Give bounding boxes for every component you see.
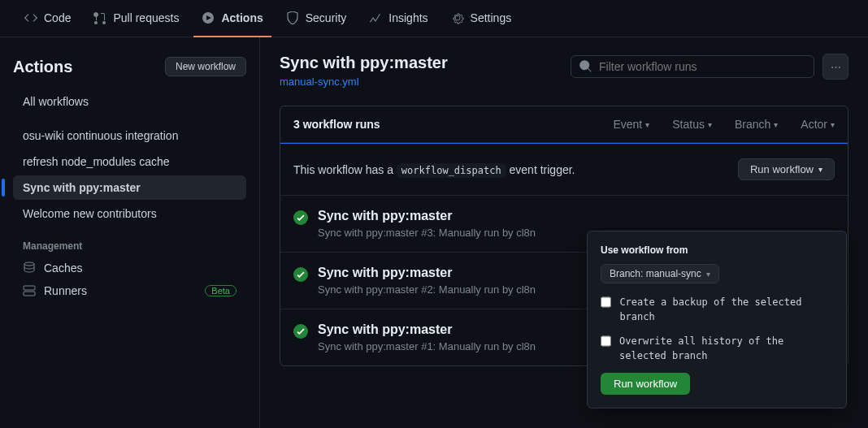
run-subtitle: Sync with ppy:master #2: Manually run by… [318,283,536,296]
filter-actor[interactable]: Actor▾ [801,118,835,131]
gear-icon [451,11,464,24]
repo-nav: Code Pull requests Actions Security Insi… [0,0,868,37]
check-circle-icon [293,324,308,339]
overwrite-checkbox[interactable] [601,335,611,347]
run-workflow-submit-button[interactable]: Run workflow [601,373,690,395]
popover-use-from-label: Use workflow from [601,244,833,256]
sidebar-workflow-item[interactable]: osu-wiki continuous integration [13,123,246,148]
workflow-dispatch-banner: This workflow has a workflow_dispatch ev… [280,143,848,196]
backup-checkbox[interactable] [601,296,611,308]
branch-selector[interactable]: Branch: manual-sync ▾ [601,264,719,283]
beta-badge: Beta [205,285,237,296]
svg-rect-2 [24,292,35,296]
sidebar-title: Actions [13,58,72,76]
overwrite-label: Overwrite all history of the selected br… [619,334,833,363]
runs-count: 3 workflow runs [293,118,380,131]
code-icon [24,11,37,24]
sidebar-workflow-item[interactable]: refresh node_modules cache [13,149,246,174]
git-pull-request-icon [93,11,106,24]
run-title: Sync with ppy:master [318,322,536,337]
caret-down-icon: ▾ [706,270,710,279]
new-workflow-button[interactable]: New workflow [165,57,246,76]
caret-down-icon: ▾ [774,120,778,129]
check-circle-icon [293,267,308,282]
tab-insights[interactable]: Insights [361,0,436,37]
sidebar-caches[interactable]: Caches [13,257,246,279]
sidebar-management-label: Management [13,227,246,257]
tab-insights-label: Insights [388,11,427,24]
sidebar-all-workflows[interactable]: All workflows [13,89,246,114]
svg-point-0 [24,262,34,266]
tab-security-label: Security [306,11,347,24]
run-title: Sync with ppy:master [318,266,536,280]
database-icon [23,262,36,275]
filter-runs-input[interactable] [599,60,805,73]
play-icon [202,11,215,24]
filter-runs-search[interactable] [571,55,814,78]
backup-label: Create a backup of the selected branch [619,295,833,324]
workflow-file-link[interactable]: manual-sync.yml [280,76,448,88]
run-subtitle: Sync with ppy:master #1: Manually run by… [318,340,536,352]
sidebar-workflow-item[interactable]: Sync with ppy:master [13,175,246,200]
filter-event[interactable]: Event▾ [613,118,649,131]
tab-code[interactable]: Code [16,0,79,37]
workflow-menu-button[interactable]: ⋯ [822,54,848,80]
tab-security[interactable]: Security [278,0,355,37]
check-circle-icon [293,210,308,225]
kebab-icon: ⋯ [831,61,841,73]
main-content: Sync with ppy:master manual-sync.yml ⋯ 3… [260,37,868,428]
run-workflow-dropdown-button[interactable]: Run workflow ▾ [738,158,835,180]
caret-down-icon: ▾ [645,120,649,129]
tab-pulls-label: Pull requests [113,11,179,24]
sidebar-workflow-item[interactable]: Welcome new contributors [13,201,246,226]
svg-rect-1 [24,286,35,290]
tab-actions-label: Actions [221,11,263,24]
run-subtitle: Sync with ppy:master #3: Manually run by… [318,227,536,239]
run-workflow-popover: Use workflow from Branch: manual-sync ▾ … [587,231,847,409]
sidebar-runners[interactable]: Runners Beta [13,279,246,302]
graph-icon [369,11,382,24]
sidebar-runners-label: Runners [44,284,87,297]
tab-actions[interactable]: Actions [193,0,271,37]
server-icon [23,284,36,297]
tab-settings-label: Settings [471,11,512,24]
filter-status[interactable]: Status▾ [672,118,712,131]
tab-pull-requests[interactable]: Pull requests [85,0,187,37]
code-chip: workflow_dispatch [397,163,506,178]
search-icon [579,60,592,73]
filter-branch[interactable]: Branch▾ [735,118,778,131]
caret-down-icon: ▾ [818,165,822,174]
tab-settings[interactable]: Settings [443,0,520,37]
tab-code-label: Code [44,11,71,24]
workflow-title: Sync with ppy:master [280,54,448,72]
sidebar-caches-label: Caches [44,262,82,275]
caret-down-icon: ▾ [831,120,835,129]
sidebar: Actions New workflow All workflows osu-w… [0,37,260,428]
shield-icon [286,11,299,24]
caret-down-icon: ▾ [708,120,712,129]
run-title: Sync with ppy:master [318,209,536,223]
